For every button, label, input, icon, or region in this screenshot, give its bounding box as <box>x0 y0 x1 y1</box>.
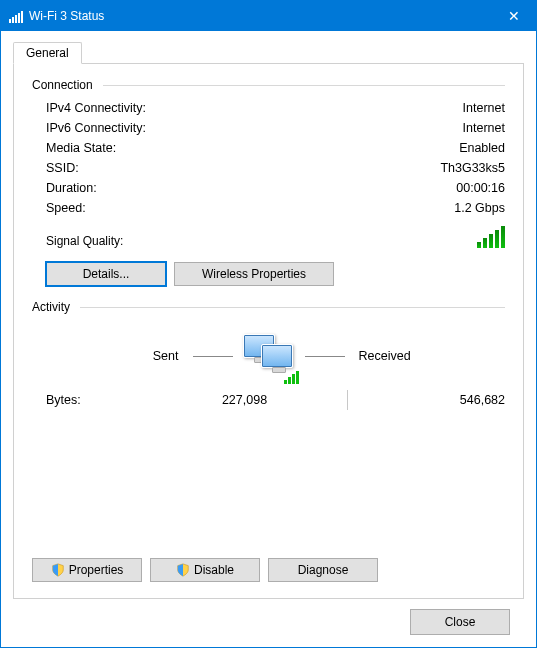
details-button[interactable]: Details... <box>46 262 166 286</box>
footer: Close <box>13 599 524 635</box>
dialog-body: General Connection IPv4 Connectivity: In… <box>1 31 536 647</box>
ipv4-row: IPv4 Connectivity: Internet <box>32 98 505 118</box>
diagnose-button[interactable]: Diagnose <box>268 558 378 582</box>
shield-icon <box>176 563 190 577</box>
activity-group-header: Activity <box>32 300 505 314</box>
title-bar: Wi-Fi 3 Status ✕ <box>1 1 536 31</box>
tab-strip: General <box>13 42 524 64</box>
activity-label: Activity <box>32 300 76 314</box>
ssid-row: SSID: Th3G33ks5 <box>32 158 505 178</box>
ipv6-label: IPv6 Connectivity: <box>46 121 146 135</box>
duration-value: 00:00:16 <box>456 181 505 195</box>
ssid-label: SSID: <box>46 161 79 175</box>
ipv4-value: Internet <box>463 101 505 115</box>
connection-button-row: Details... Wireless Properties <box>32 262 505 286</box>
bytes-label: Bytes: <box>46 393 166 407</box>
close-icon[interactable]: ✕ <box>491 1 536 31</box>
connection-label: Connection <box>32 78 99 92</box>
ipv6-value: Internet <box>463 121 505 135</box>
bytes-sent: 227,098 <box>166 393 347 407</box>
wireless-properties-button[interactable]: Wireless Properties <box>174 262 334 286</box>
wifi-icon <box>9 9 23 23</box>
properties-button[interactable]: Properties <box>32 558 142 582</box>
shield-icon <box>51 563 65 577</box>
diagnose-button-label: Diagnose <box>298 563 349 577</box>
general-panel: Connection IPv4 Connectivity: Internet I… <box>13 63 524 599</box>
media-state-label: Media State: <box>46 141 116 155</box>
media-state-value: Enabled <box>459 141 505 155</box>
wifi-status-window: Wi-Fi 3 Status ✕ General Connection IPv4… <box>0 0 537 648</box>
activity-graphic: Sent Received <box>32 326 505 386</box>
duration-label: Duration: <box>46 181 97 195</box>
tab-general[interactable]: General <box>13 42 82 64</box>
mini-signal-icon <box>284 371 299 384</box>
received-line <box>305 356 345 357</box>
ipv4-label: IPv4 Connectivity: <box>46 101 146 115</box>
speed-value: 1.2 Gbps <box>454 201 505 215</box>
ssid-value: Th3G33ks5 <box>440 161 505 175</box>
computers-icon <box>241 332 297 380</box>
close-button[interactable]: Close <box>410 609 510 635</box>
disable-button[interactable]: Disable <box>150 558 260 582</box>
signal-quality-row: Signal Quality: <box>32 218 505 252</box>
window-title: Wi-Fi 3 Status <box>29 9 104 23</box>
connection-group-header: Connection <box>32 78 505 92</box>
speed-label: Speed: <box>46 201 86 215</box>
signal-quality-label: Signal Quality: <box>46 234 123 248</box>
bytes-received: 546,682 <box>348 393 505 407</box>
signal-bars-icon <box>477 226 505 248</box>
properties-button-label: Properties <box>69 563 124 577</box>
received-label: Received <box>353 349 473 363</box>
bytes-row: Bytes: 227,098 546,682 <box>32 386 505 420</box>
media-state-row: Media State: Enabled <box>32 138 505 158</box>
duration-row: Duration: 00:00:16 <box>32 178 505 198</box>
sent-line <box>193 356 233 357</box>
sent-label: Sent <box>65 349 185 363</box>
ipv6-row: IPv6 Connectivity: Internet <box>32 118 505 138</box>
speed-row: Speed: 1.2 Gbps <box>32 198 505 218</box>
action-button-row: Properties Disable Diagnose <box>32 558 505 582</box>
disable-button-label: Disable <box>194 563 234 577</box>
